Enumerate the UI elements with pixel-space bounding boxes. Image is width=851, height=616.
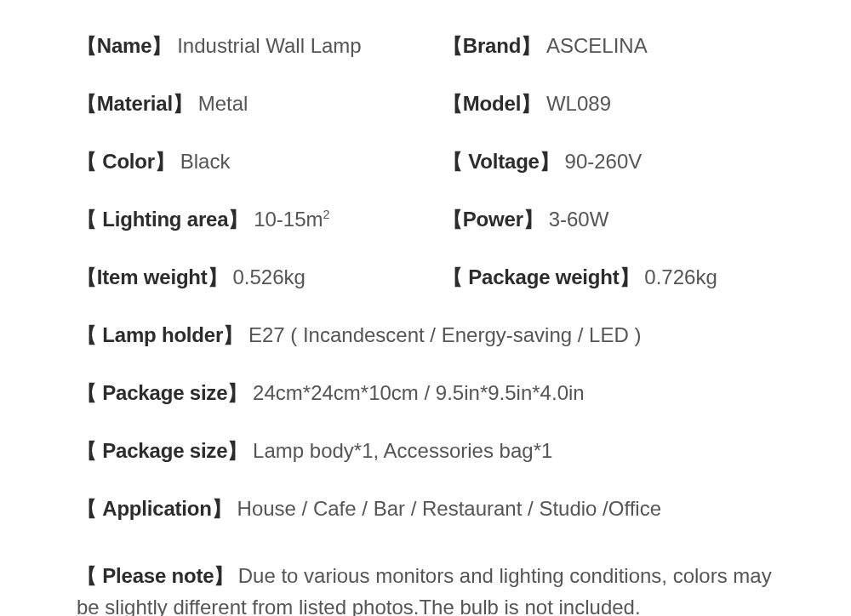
package-contents-label: 【 Package size】 [77, 437, 248, 465]
please-note-block: 【 Please note】 Due to various monitors a… [77, 560, 774, 616]
application-value: House / Cafe / Bar / Restaurant / Studio… [237, 497, 661, 521]
item-weight-label: 【Item weight】 [77, 264, 227, 291]
material-label: 【Material】 [77, 90, 193, 117]
lamp-holder-value: E27 ( Incandescent / Energy-saving / LED… [248, 323, 642, 347]
lamp-holder-label: 【 Lamp holder】 [77, 322, 243, 349]
brand-label: 【Brand】 [443, 32, 541, 60]
application-label: 【 Application】 [77, 495, 232, 522]
item-weight-value: 0.526kg [232, 265, 305, 289]
package-weight-value: 0.726kg [644, 265, 717, 289]
package-weight-label: 【 Package weight】 [443, 264, 639, 291]
voltage-value: 90-260V [565, 150, 643, 174]
name-value: Industrial Wall Lamp [177, 34, 362, 58]
color-label: 【 Color】 [77, 148, 175, 175]
lighting-area-label: 【 Lighting area】 [77, 206, 248, 233]
power-value: 3-60W [549, 208, 609, 231]
material-value: Metal [198, 92, 248, 116]
package-size-label: 【 Package size】 [77, 379, 248, 407]
name-label: 【Name】 [77, 32, 172, 60]
package-size-value: 24cm*24cm*10cm / 9.5in*9.5in*4.0in [253, 381, 585, 405]
model-value: WL089 [546, 92, 611, 116]
please-note-label: 【 Please note】 [77, 564, 234, 587]
color-value: Black [180, 150, 231, 174]
lighting-area-value: 10-15m2 [254, 208, 329, 231]
brand-value: ASCELINA [546, 34, 648, 58]
package-contents-value: Lamp body*1, Accessories bag*1 [253, 439, 552, 463]
power-label: 【Power】 [443, 206, 544, 233]
voltage-label: 【 Voltage】 [443, 148, 560, 175]
model-label: 【Model】 [443, 90, 541, 117]
